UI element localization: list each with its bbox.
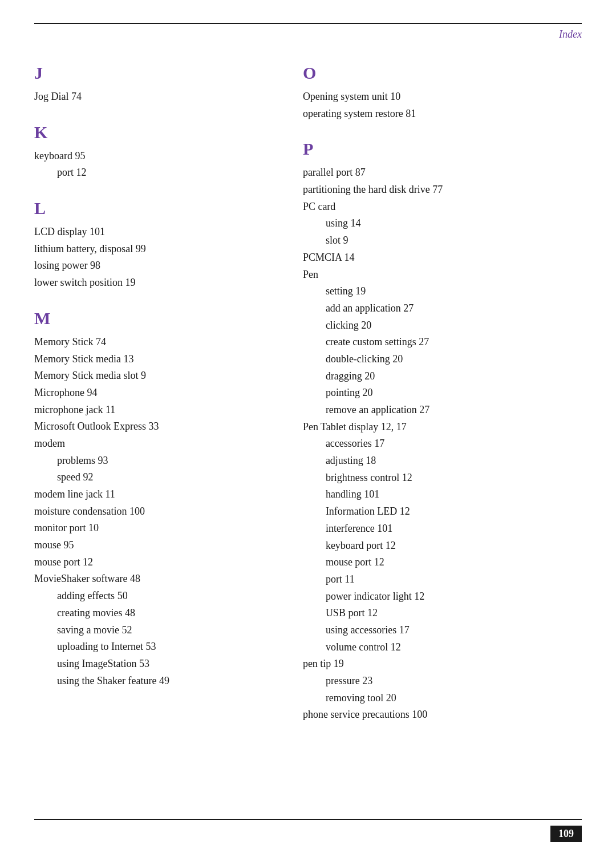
- entry-pc-card-slot: slot 9: [303, 232, 582, 249]
- entry-opening-system: Opening system unit 10: [303, 88, 582, 106]
- entry-moisture-condensation: moisture condensation 100: [34, 503, 269, 520]
- bottom-area: 109: [34, 819, 582, 842]
- entry-operating-system: operating system restore 81: [303, 106, 582, 123]
- section-letter-p: P: [303, 139, 582, 159]
- entry-pc-card: PC card: [303, 199, 582, 216]
- entry-monitor-port: monitor port 10: [34, 520, 269, 537]
- entry-uploading-internet: uploading to Internet 53: [34, 638, 269, 656]
- entry-modem: modem: [34, 435, 269, 452]
- entry-microphone-jack: microphone jack 11: [34, 402, 269, 419]
- section-letter-k: K: [34, 123, 269, 142]
- section-m: M Memory Stick 74 Memory Stick media 13 …: [34, 309, 269, 689]
- entry-using-imagestation: using ImageStation 53: [34, 656, 269, 673]
- content-area: J Jog Dial 74 K keyboard 95 port 12 L LC…: [34, 58, 582, 741]
- entry-pen: Pen: [303, 266, 582, 284]
- entry-saving-movie: saving a movie 52: [34, 622, 269, 639]
- entry-port-11: port 11: [303, 571, 582, 588]
- entry-keyboard-port: keyboard port 12: [303, 537, 582, 555]
- entry-shaker-feature: using the Shaker feature 49: [34, 673, 269, 690]
- top-border: [34, 23, 582, 24]
- entry-using-accessories: using accessories 17: [303, 622, 582, 639]
- entry-pen-pointing: pointing 20: [303, 385, 582, 402]
- entry-pen-add-application: add an application 27: [303, 300, 582, 317]
- section-l: L LCD display 101 lithium battery, dispo…: [34, 199, 269, 292]
- entry-modem-line-jack: modem line jack 11: [34, 486, 269, 503]
- entry-pen-clicking: clicking 20: [303, 317, 582, 334]
- entry-mouse: mouse 95: [34, 537, 269, 554]
- page-number: 109: [550, 826, 582, 842]
- section-j: J Jog Dial 74: [34, 63, 269, 106]
- entry-lithium-battery: lithium battery, disposal 99: [34, 241, 269, 258]
- entry-pen-custom-settings: create custom settings 27: [303, 334, 582, 351]
- entry-pen-dragging: dragging 20: [303, 368, 582, 385]
- section-letter-j: J: [34, 63, 269, 83]
- entry-movieshaker: MovieShaker software 48: [34, 571, 269, 588]
- entry-partitioning: partitioning the hard disk drive 77: [303, 181, 582, 199]
- section-o: O Opening system unit 10 operating syste…: [303, 63, 582, 122]
- entry-keyboard: keyboard 95: [34, 148, 269, 165]
- entry-memory-stick-media: Memory Stick media 13: [34, 351, 269, 368]
- entry-handling: handling 101: [303, 486, 582, 503]
- entry-pressure: pressure 23: [303, 673, 582, 690]
- entry-jog-dial: Jog Dial 74: [34, 88, 269, 106]
- section-letter-m: M: [34, 309, 269, 328]
- entry-pcmcia: PCMCIA 14: [303, 249, 582, 266]
- entry-pen-tablet-display: Pen Tablet display 12, 17: [303, 419, 582, 436]
- entry-lower-switch: lower switch position 19: [34, 274, 269, 292]
- left-column: J Jog Dial 74 K keyboard 95 port 12 L LC…: [34, 58, 291, 741]
- entry-memory-stick: Memory Stick 74: [34, 334, 269, 351]
- entry-lcd-display: LCD display 101: [34, 224, 269, 241]
- page-container: Index J Jog Dial 74 K keyboard 95 port 1…: [0, 0, 616, 865]
- section-k: K keyboard 95 port 12: [34, 123, 269, 181]
- entry-pen-remove-application: remove an application 27: [303, 402, 582, 419]
- entry-power-indicator: power indicator light 12: [303, 588, 582, 605]
- entry-usb-port: USB port 12: [303, 605, 582, 622]
- entry-information-led: Information LED 12: [303, 503, 582, 520]
- entry-microphone: Microphone 94: [34, 385, 269, 402]
- entry-brightness-control: brightness control 12: [303, 470, 582, 487]
- section-letter-l: L: [34, 199, 269, 218]
- entry-mouse-port-tablet: mouse port 12: [303, 554, 582, 571]
- header-row: Index: [34, 29, 582, 41]
- entry-creating-movies: creating movies 48: [34, 605, 269, 622]
- entry-accessories: accessories 17: [303, 435, 582, 452]
- entry-memory-stick-slot: Memory Stick media slot 9: [34, 367, 269, 385]
- section-letter-o: O: [303, 63, 582, 83]
- entry-removing-tool: removing tool 20: [303, 690, 582, 707]
- page-number-box: 109: [34, 826, 582, 842]
- entry-pen-tip: pen tip 19: [303, 656, 582, 673]
- entry-adjusting: adjusting 18: [303, 452, 582, 470]
- entry-interference: interference 101: [303, 520, 582, 537]
- entry-modem-problems: problems 93: [34, 452, 269, 470]
- section-p: P parallel port 87 partitioning the hard…: [303, 139, 582, 723]
- entry-volume-control: volume control 12: [303, 639, 582, 656]
- entry-losing-power: losing power 98: [34, 257, 269, 274]
- entry-keyboard-port: port 12: [34, 164, 269, 181]
- entry-adding-effects: adding effects 50: [34, 588, 269, 605]
- header-title: Index: [559, 29, 582, 41]
- entry-pc-card-using: using 14: [303, 215, 582, 232]
- entry-mouse-port: mouse port 12: [34, 554, 269, 571]
- entry-pen-double-clicking: double-clicking 20: [303, 351, 582, 368]
- entry-modem-speed: speed 92: [34, 469, 269, 486]
- entry-phone-service: phone service precautions 100: [303, 706, 582, 723]
- entry-pen-setting: setting 19: [303, 283, 582, 300]
- bottom-border: [34, 819, 582, 820]
- entry-microsoft-outlook: Microsoft Outlook Express 33: [34, 418, 269, 435]
- right-column: O Opening system unit 10 operating syste…: [291, 58, 582, 741]
- entry-parallel-port: parallel port 87: [303, 164, 582, 181]
